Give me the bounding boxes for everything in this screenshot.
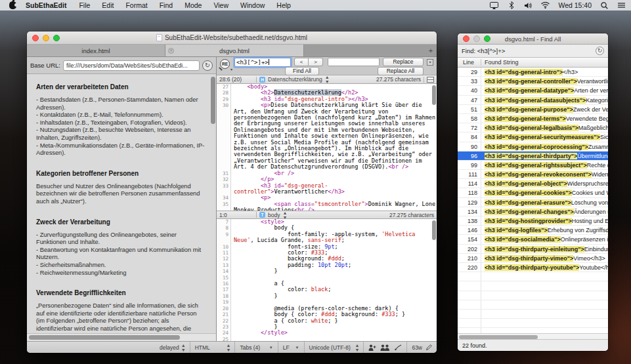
menu-window[interactable]: Window — [234, 1, 271, 9]
split-view-icon[interactable] — [427, 77, 434, 83]
notification-center-icon[interactable] — [617, 1, 626, 9]
zoom-window-button[interactable] — [53, 35, 60, 41]
line-number: 20 — [217, 306, 231, 312]
match-highlight: <h3 id="dsg-logfiles"> — [485, 227, 548, 233]
find-previous-button[interactable]: < — [294, 58, 309, 66]
result-row[interactable]: 47<h3 id="dsg-general-datasubjects">Kate… — [458, 96, 608, 105]
line-number: 33 — [217, 183, 231, 195]
result-row[interactable]: 220<h3 id="dsg-thirdparty-youtube">Youtu… — [458, 263, 608, 272]
menu-help[interactable]: Help — [271, 1, 297, 9]
wifi-icon[interactable] — [541, 1, 550, 9]
document-icon — [156, 34, 162, 41]
new-tab-button[interactable]: + — [425, 45, 437, 56]
close-findbar-icon[interactable]: ✕ — [427, 59, 433, 66]
result-row[interactable]: 111<h3 id="dsg-general-revokeconsent">Wi… — [458, 170, 608, 179]
code-editor-html[interactable]: 27 <body>28 <h2>Datenschutzerklärung</h2… — [217, 84, 437, 211]
findall-minimize-button[interactable] — [473, 35, 480, 42]
preview-content[interactable]: Arten der verarbeiteten Daten- Bestandsd… — [27, 74, 216, 333]
minimize-window-button[interactable] — [43, 35, 49, 41]
code-bottom-scrollbar[interactable] — [432, 220, 436, 240]
refresh-button[interactable]: ↻ — [202, 60, 213, 71]
symbol-popup-2[interactable]: body — [268, 212, 280, 218]
result-row[interactable]: 118<h3 id="dsg-general-cookies">Cookies … — [458, 188, 608, 197]
result-row[interactable]: 99<h3 id="dsg-general-rightssubject">Rec… — [458, 161, 608, 170]
column-line[interactable]: Line — [458, 59, 481, 66]
result-row[interactable]: 154<h3 id="dsg-socialmedia">Onlinepräsen… — [458, 235, 608, 244]
result-row[interactable]: 96<h3 id="dsg-general-thirdparty">Übermi… — [458, 152, 608, 161]
base-url-field[interactable]: file:///Users/dom/Data/WebSites/SubEthaE… — [63, 60, 200, 71]
menu-file[interactable]: File — [73, 1, 96, 9]
empty-row — [458, 291, 608, 300]
base-url-label: Base URL: — [30, 62, 60, 69]
match-highlight: <h3 id="dsg-general-legalbasis"> — [485, 125, 578, 131]
volume-icon[interactable] — [524, 1, 533, 9]
window-status-bar: delayed▲▼ HTML▲▼ Tabs (4)▼ LF▼ Unicode (… — [27, 341, 437, 353]
refresh-results-icon[interactable]: ↻ — [596, 47, 604, 55]
collaboration-icons[interactable] — [364, 342, 407, 353]
symbol-popup[interactable]: Datenschutzerklärung — [268, 76, 322, 83]
results-list[interactable]: 29<h3 id="dsg-general-intro"></h3>33<h3 … — [458, 68, 608, 333]
encoding-popup[interactable]: Unicode (UTF-8)▲▼ — [305, 342, 364, 353]
result-row[interactable]: 51<h3 id="dsg-general-purpose">Zweck der… — [458, 105, 608, 114]
find-all-button[interactable]: Find All — [285, 67, 319, 75]
replace-button[interactable]: Replace — [383, 58, 424, 66]
code-top-scrollbar[interactable] — [432, 85, 436, 105]
line-number: 12 — [217, 256, 231, 262]
menu-edit[interactable]: Edit — [96, 1, 120, 9]
result-row[interactable]: 33<h3 id="dsg-general-controller">Verant… — [458, 77, 608, 86]
findall-close-button[interactable] — [463, 35, 469, 42]
result-row[interactable]: 129<h3 id="dsg-general-erasure">Löschung… — [458, 198, 608, 207]
menu-format[interactable]: Format — [120, 1, 153, 9]
line-number: 14 — [217, 268, 231, 274]
result-row[interactable]: 84<h3 id="dsg-general-securitymeasures">… — [458, 132, 608, 142]
results-horizontal-scrollbar[interactable] — [458, 333, 608, 339]
menu-find[interactable]: Find — [154, 1, 179, 9]
result-row[interactable]: 202<h3 id="dsg-thirdparty-einleitung">Ei… — [458, 245, 608, 254]
tab-index-html[interactable]: index.html — [27, 45, 165, 56]
findall-titlebar[interactable]: dsgvo.html - Find All — [458, 33, 608, 45]
find-next-button[interactable]: > — [309, 58, 323, 66]
menu-subethaedit[interactable]: SubEthaEdit — [19, 1, 73, 9]
findall-zoom-button[interactable] — [484, 35, 490, 42]
result-row[interactable]: 210<h3 id="dsg-thirdparty-vimeo">Vimeo</… — [458, 254, 608, 263]
spotlight-search-icon[interactable] — [600, 1, 609, 9]
match-highlight: <h3 id="dsg-general-thirdparty"> — [485, 153, 577, 159]
result-row[interactable]: 146<h3 id="dsg-logfiles">Erhebung von Zu… — [458, 226, 608, 235]
result-row[interactable]: 114<h3 id="dsg-general-object">Widerspru… — [458, 179, 608, 188]
result-row[interactable]: 40<h3 id="dsg-general-datatype">Arten de… — [458, 86, 608, 95]
match-highlight: <h3 id="dsg-socialmedia"> — [485, 236, 561, 243]
empty-row — [458, 319, 608, 328]
find-input[interactable]: <h3[^>]+> — [234, 58, 291, 67]
column-found-string[interactable]: Found String — [481, 59, 608, 66]
result-row[interactable]: 90<h3 id="dsg-general-coprocessing">Zusa… — [458, 142, 608, 152]
main-titlebar[interactable]: SubEthaEdit-Website/subethaedit.net/dsgv… — [27, 31, 437, 45]
preview-vertical-scrollbar[interactable] — [211, 77, 215, 124]
result-row[interactable]: 134<h3 id="dsg-general-changes">Änderung… — [458, 207, 608, 216]
menu-view[interactable]: View — [207, 1, 234, 9]
bluetooth-icon[interactable] — [507, 1, 515, 9]
result-row[interactable]: 72<h3 id="dsg-general-legalbasis">Maßgeb… — [458, 123, 608, 132]
character-count: 27.275 characters — [376, 76, 421, 83]
menubar-clock[interactable]: Wed 15:40 — [558, 1, 592, 9]
tab-dsgvo-html[interactable]: ✕ dsgvo.html — [165, 45, 304, 56]
replace-all-button[interactable]: Replace All — [378, 67, 424, 75]
code-editor-css[interactable]: 7 <style>8 body {9 font-family: -apple-s… — [217, 219, 437, 341]
preview-horizontal-scrollbar[interactable] — [27, 333, 216, 341]
match-highlight: <h3 id="dsg-general-controller"> — [485, 78, 577, 85]
menu-mode[interactable]: Mode — [179, 1, 207, 9]
code-line: 18 } — [217, 293, 437, 299]
replace-input[interactable] — [328, 58, 380, 66]
close-window-button[interactable] — [32, 35, 39, 41]
mode-popup[interactable]: HTML▲▼ — [190, 342, 236, 353]
line-ending-popup[interactable]: LF▼ — [278, 342, 305, 353]
apple-menu-icon[interactable] — [9, 1, 16, 9]
airplay-display-icon[interactable] — [490, 1, 498, 9]
result-row[interactable]: 29<h3 id="dsg-general-intro"></h3> — [458, 68, 608, 77]
result-row[interactable]: 58<h3 id="dsg-general-terms">Verwendete … — [458, 114, 608, 123]
tab-close-icon[interactable]: ✕ — [168, 48, 174, 54]
regex-search-icon[interactable]: RE▾ — [218, 58, 232, 74]
result-line-number: 99 — [458, 161, 481, 169]
tab-width-popup[interactable]: Tabs (4)▼ — [235, 342, 278, 353]
delayed-popup[interactable]: delayed▲▼ — [27, 342, 190, 353]
result-row[interactable]: 138<h3 id="dsg-hostingprovider">Hosting … — [458, 216, 608, 226]
